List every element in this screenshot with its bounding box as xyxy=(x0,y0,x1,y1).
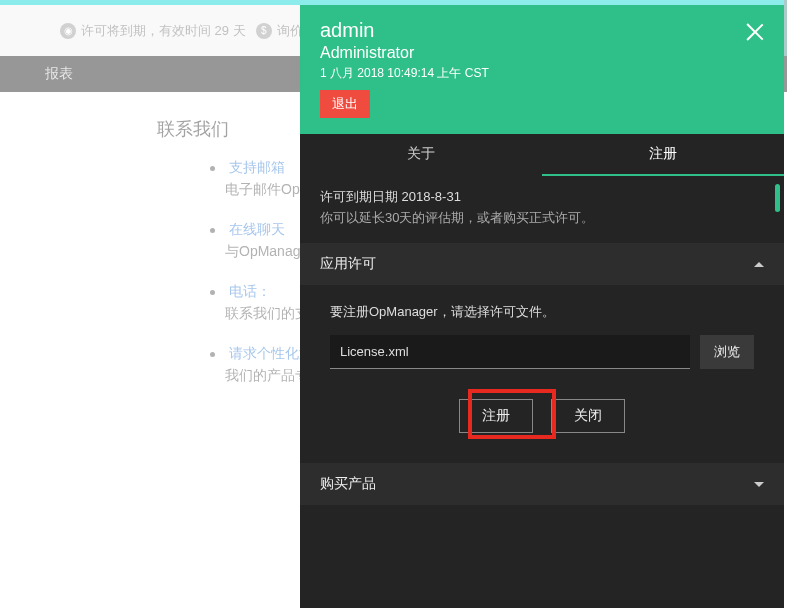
chevron-up-icon xyxy=(754,262,764,267)
accordion-app-license[interactable]: 应用许可 xyxy=(300,243,784,285)
register-button[interactable]: 注册 xyxy=(459,399,533,433)
price-text: 询价 xyxy=(277,22,303,40)
contact-link[interactable]: 在线聊天 xyxy=(229,221,285,237)
user-role: Administrator xyxy=(320,44,764,62)
accordion-body: 要注册OpManager，请选择许可文件。 浏览 注册 关闭 xyxy=(300,285,784,459)
tab-register[interactable]: 注册 xyxy=(542,134,784,176)
tab-bar: 关于 注册 xyxy=(300,134,784,176)
contact-link[interactable]: 电话： xyxy=(229,283,271,299)
price-badge[interactable]: $ 询价 xyxy=(256,22,303,40)
accordion-label: 应用许可 xyxy=(320,255,376,273)
user-icon: ◉ xyxy=(60,23,76,39)
license-expiry-badge[interactable]: ◉ 许可将到期，有效时间 29 天 xyxy=(60,22,246,40)
license-expire-date: 许可到期日期 2018-8-31 xyxy=(320,188,764,206)
contact-link[interactable]: 支持邮箱 xyxy=(229,159,285,175)
license-file-input[interactable] xyxy=(330,335,690,369)
file-row: 浏览 xyxy=(330,335,754,369)
accordion-label: 购买产品 xyxy=(320,475,376,493)
timestamp: 1 八月 2018 10:49:14 上午 CST xyxy=(320,65,764,82)
license-desc: 你可以延长30天的评估期，或者购买正式许可。 xyxy=(320,209,764,227)
button-row: 注册 关闭 xyxy=(330,399,754,433)
close-icon[interactable] xyxy=(744,21,766,43)
nav-item-reports[interactable]: 报表 xyxy=(45,65,73,83)
register-hint: 要注册OpManager，请选择许可文件。 xyxy=(330,303,754,321)
close-button[interactable]: 关闭 xyxy=(551,399,625,433)
panel-header: admin Administrator 1 八月 2018 10:49:14 上… xyxy=(300,5,784,134)
license-info: 许可到期日期 2018-8-31 你可以延长30天的评估期，或者购买正式许可。 xyxy=(300,176,784,239)
browse-button[interactable]: 浏览 xyxy=(700,335,754,369)
admin-panel: admin Administrator 1 八月 2018 10:49:14 上… xyxy=(300,5,784,608)
license-expiry-text: 许可将到期，有效时间 29 天 xyxy=(81,22,246,40)
username: admin xyxy=(320,19,764,42)
scrollbar-thumb[interactable] xyxy=(775,184,780,212)
accordion-purchase[interactable]: 购买产品 xyxy=(300,463,784,505)
tab-about[interactable]: 关于 xyxy=(300,134,542,176)
dollar-icon: $ xyxy=(256,23,272,39)
chevron-down-icon xyxy=(754,482,764,487)
logout-button[interactable]: 退出 xyxy=(320,90,370,118)
